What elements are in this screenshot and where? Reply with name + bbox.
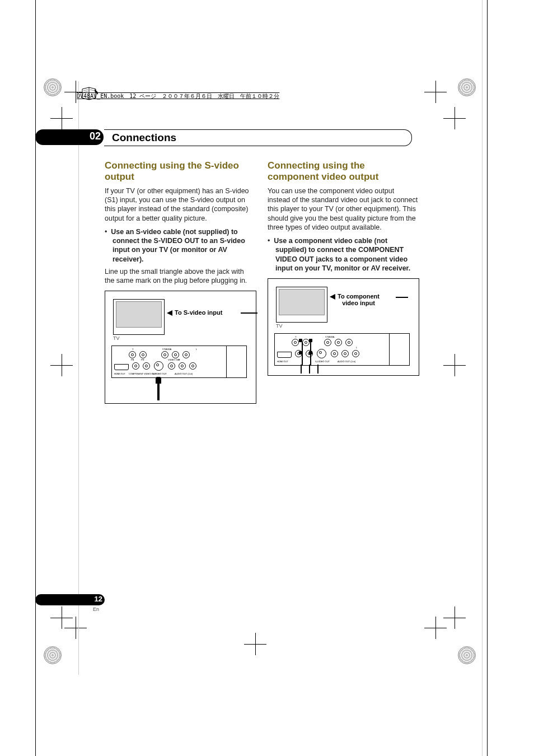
label-pr: PR — [141, 358, 144, 361]
label-coax: COAXIAL — [162, 348, 172, 351]
callout-line — [241, 312, 257, 314]
crop-ornament-bl — [44, 646, 62, 664]
label-hdmi: HDMI OUT — [114, 372, 125, 375]
jack — [341, 350, 349, 357]
tv-screen — [116, 301, 162, 328]
tv-label: TV — [113, 335, 120, 342]
component-callout: To component video input — [330, 293, 380, 306]
page-number-wrap: 12 En — [35, 594, 105, 605]
language-indicator: En — [93, 606, 99, 612]
jack — [179, 362, 186, 370]
jack — [168, 362, 175, 370]
jack — [352, 350, 359, 357]
component-bullet: • Use a component video cable (not suppl… — [268, 236, 418, 273]
trim-line-left — [35, 0, 36, 756]
label-hdmi: HDMI OUT — [277, 360, 288, 363]
label-l: L — [196, 348, 197, 351]
cable-ext — [301, 365, 302, 374]
left-column: Connecting using the S-video output If y… — [105, 160, 255, 404]
hdmi-jack — [114, 364, 129, 370]
jack — [132, 362, 139, 370]
cable-ext — [309, 365, 310, 374]
rear-panel-svideo: Y COAXIAL L — [111, 346, 247, 378]
component-callout-text-2: video input — [338, 300, 380, 306]
cable-ext — [317, 365, 318, 374]
crop-ornament-br — [458, 646, 476, 664]
jack — [324, 339, 331, 346]
trim-line-left-inner — [78, 81, 79, 675]
jack — [345, 339, 353, 346]
label-svideo: S-VIDEO OUT — [315, 360, 330, 363]
jack — [129, 351, 136, 358]
label-y: Y — [132, 348, 134, 351]
svideo-diagram: TV To S-video input Y COAXIAL L — [105, 291, 256, 404]
jack — [161, 351, 168, 358]
jack — [139, 351, 147, 358]
svideo-jack — [317, 349, 326, 358]
tv-icon — [113, 299, 165, 335]
header-text: DV48AV_EN.book 12 ページ ２００７年６月６日 水曜日 午前１０… — [76, 93, 280, 99]
jack — [335, 339, 342, 346]
crop-ornament-tr — [458, 78, 476, 96]
arrow-left-icon — [330, 294, 335, 300]
header-filename-line: DV48AV_EN.book 12 ページ ２００７年６月６日 水曜日 午前１０… — [76, 92, 280, 100]
label-pb: PB — [131, 358, 134, 361]
component-diagram: TV To component video input Y COAXIAL — [268, 278, 419, 376]
hdmi-jack — [277, 352, 292, 358]
jack — [172, 351, 179, 358]
component-callout-text-1: To component — [338, 293, 380, 300]
label-l: L — [356, 346, 357, 349]
callout-line — [396, 297, 408, 298]
label-svideo: S-VIDEO OUT — [152, 372, 167, 375]
section-heading-component: Connecting using the component video out… — [268, 160, 418, 183]
label-coax: COAXIAL — [325, 335, 335, 338]
trim-line-right — [487, 0, 488, 756]
trim-line-right-inner — [482, 0, 483, 756]
component-bullet-text: Use a component video cable (not supplie… — [274, 237, 410, 272]
chapter-title: Connections — [112, 132, 176, 144]
panel-perspective — [226, 346, 247, 378]
component-para-1: You can use the component video output i… — [268, 186, 418, 232]
arrow-left-icon — [167, 310, 172, 316]
svideo-para-1: If your TV (or other equipment) has an S… — [105, 186, 255, 223]
jack — [331, 350, 338, 357]
section-heading-svideo: Connecting using the S-video output — [105, 160, 255, 183]
jack — [292, 339, 299, 346]
svideo-bullet: • Use an S-video cable (not supplied) to… — [105, 227, 255, 264]
tv-icon — [276, 287, 327, 323]
svideo-callout-text: To S-video input — [175, 309, 222, 316]
svideo-bullet-text: Use an S-video cable (not supplied) to c… — [111, 228, 245, 263]
svideo-callout: To S-video input — [167, 309, 222, 316]
label-audio: AUDIO OUT (2ch) — [175, 372, 193, 375]
chapter-number: 02 — [90, 130, 101, 142]
page-number: 12 — [95, 595, 102, 603]
svideo-jack — [154, 361, 163, 371]
rear-panel-component: Y COAXIAL — [274, 333, 410, 366]
tv-screen — [279, 289, 325, 315]
chapter-title-wrap: Connections — [104, 129, 412, 146]
tv-label: TV — [276, 323, 283, 330]
jack — [182, 351, 190, 358]
panel-perspective — [389, 333, 410, 366]
svideo-para-2: Line up the small triangle above the jac… — [105, 267, 255, 286]
label-video: VIDEO OUT — [168, 358, 180, 361]
cable — [310, 342, 311, 366]
jack — [189, 362, 196, 370]
svideo-plug — [156, 377, 161, 384]
label-audio: AUDIO OUT (2ch) — [338, 360, 355, 363]
crop-ornament-tl — [44, 78, 62, 96]
svideo-cable — [157, 384, 160, 400]
jack — [143, 362, 150, 370]
right-column: Connecting using the component video out… — [268, 160, 418, 404]
cable — [302, 354, 303, 366]
label-y: Y — [295, 335, 297, 338]
